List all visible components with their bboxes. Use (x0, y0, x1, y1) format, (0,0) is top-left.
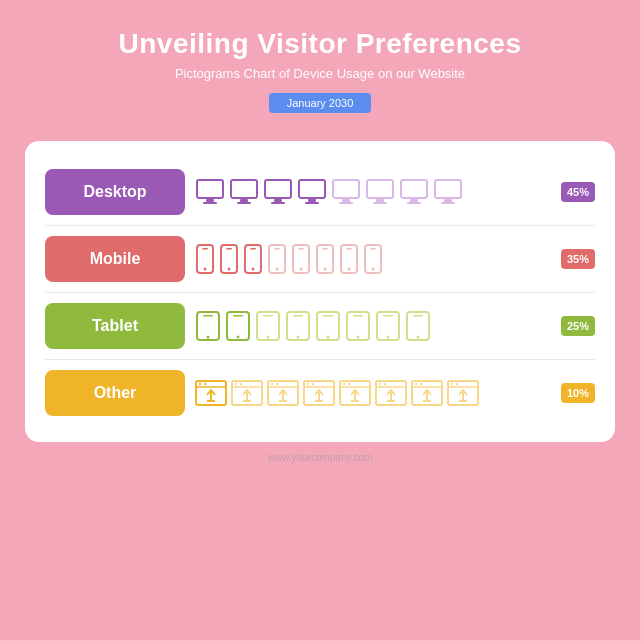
chart-card: Desktop 45%Mobile (25, 141, 615, 442)
svg-point-87 (276, 383, 278, 385)
svg-point-34 (276, 268, 279, 271)
row-other: Other (45, 360, 595, 426)
header: Unveiling Visitor Preferences Pictograms… (0, 0, 640, 131)
svg-point-99 (348, 383, 350, 385)
svg-point-98 (343, 383, 345, 385)
svg-point-28 (228, 268, 231, 271)
other-icon-1 (231, 380, 263, 406)
icons-other (185, 380, 561, 406)
svg-rect-11 (305, 202, 319, 204)
row-mobile: Mobile 35% (45, 226, 595, 293)
svg-rect-56 (263, 315, 273, 317)
other-icon-4 (339, 380, 371, 406)
svg-rect-19 (410, 199, 418, 202)
percent-tablet: 25% (561, 316, 595, 336)
svg-rect-8 (271, 202, 285, 204)
svg-rect-41 (322, 248, 328, 250)
other-icon-2 (267, 380, 299, 406)
svg-point-52 (237, 336, 240, 339)
tablet-icon-5 (345, 311, 371, 341)
svg-rect-17 (373, 202, 387, 204)
svg-point-92 (307, 383, 309, 385)
svg-rect-15 (367, 180, 393, 198)
svg-rect-44 (346, 248, 352, 250)
desktop-icon-1 (229, 179, 259, 205)
label-desktop: Desktop (45, 169, 185, 215)
svg-rect-4 (240, 199, 248, 202)
svg-point-116 (451, 383, 453, 385)
desktop-icon-5 (365, 179, 395, 205)
svg-rect-65 (353, 315, 363, 317)
svg-rect-22 (444, 199, 452, 202)
svg-point-55 (267, 336, 270, 339)
svg-rect-53 (233, 315, 243, 317)
svg-rect-2 (203, 202, 217, 204)
svg-point-110 (415, 383, 417, 385)
date-badge: January 2030 (269, 93, 372, 113)
icons-desktop (185, 179, 561, 205)
mobile-icon-1 (219, 244, 239, 274)
label-other: Other (45, 370, 185, 416)
svg-rect-23 (441, 202, 455, 204)
svg-point-75 (204, 383, 206, 385)
desktop-icon-2 (263, 179, 293, 205)
svg-point-105 (384, 383, 386, 385)
mobile-icon-4 (291, 244, 311, 274)
svg-rect-6 (265, 180, 291, 198)
svg-point-93 (312, 383, 314, 385)
svg-point-117 (456, 383, 458, 385)
svg-rect-38 (298, 248, 304, 250)
other-icon-5 (375, 380, 407, 406)
desktop-icon-3 (297, 179, 327, 205)
tablet-icon-4 (315, 311, 341, 341)
desktop-icon-7 (433, 179, 463, 205)
other-icon-6 (411, 380, 443, 406)
icons-tablet (185, 311, 561, 341)
svg-point-43 (348, 268, 351, 271)
svg-rect-21 (435, 180, 461, 198)
svg-point-67 (387, 336, 390, 339)
svg-rect-18 (401, 180, 427, 198)
svg-rect-7 (274, 199, 282, 202)
tablet-icon-6 (375, 311, 401, 341)
svg-rect-5 (237, 202, 251, 204)
svg-rect-20 (407, 202, 421, 204)
desktop-icon-4 (331, 179, 361, 205)
page-subtitle: Pictograms Chart of Device Usage on our … (20, 66, 620, 81)
tablet-icon-0 (195, 311, 221, 341)
svg-rect-9 (299, 180, 325, 198)
svg-point-80 (235, 383, 237, 385)
svg-point-58 (297, 336, 300, 339)
label-tablet: Tablet (45, 303, 185, 349)
svg-rect-32 (250, 248, 256, 250)
other-icon-7 (447, 380, 479, 406)
tablet-icon-7 (405, 311, 431, 341)
tablet-icon-1 (225, 311, 251, 341)
svg-point-86 (271, 383, 273, 385)
mobile-icon-5 (315, 244, 335, 274)
svg-rect-16 (376, 199, 384, 202)
svg-point-49 (207, 336, 210, 339)
svg-rect-10 (308, 199, 316, 202)
svg-rect-1 (206, 199, 214, 202)
svg-rect-3 (231, 180, 257, 198)
svg-point-81 (240, 383, 242, 385)
svg-point-46 (372, 268, 375, 271)
row-desktop: Desktop 45% (45, 159, 595, 226)
svg-point-64 (357, 336, 360, 339)
other-icon-0 (195, 380, 227, 406)
svg-point-31 (252, 268, 255, 271)
mobile-icon-3 (267, 244, 287, 274)
svg-rect-14 (339, 202, 353, 204)
other-icon-3 (303, 380, 335, 406)
svg-rect-50 (203, 315, 213, 317)
svg-rect-59 (293, 315, 303, 317)
mobile-icon-6 (339, 244, 359, 274)
svg-point-74 (199, 383, 201, 385)
percent-mobile: 35% (561, 249, 595, 269)
icons-mobile (185, 244, 561, 274)
percent-other: 10% (561, 383, 595, 403)
svg-point-104 (379, 383, 381, 385)
svg-rect-13 (342, 199, 350, 202)
mobile-icon-7 (363, 244, 383, 274)
